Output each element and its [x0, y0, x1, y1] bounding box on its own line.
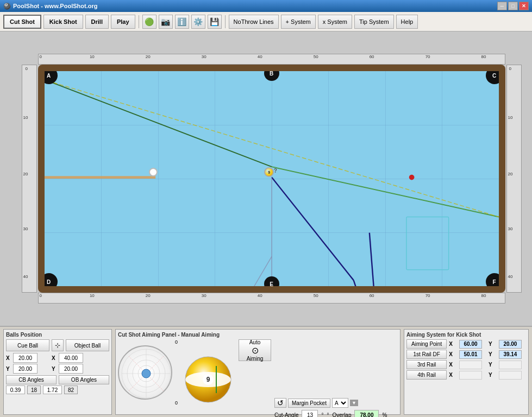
window-controls: ─ □ ✕ — [497, 2, 529, 10]
angle-pct-2: 82 — [64, 386, 78, 394]
object-ball-button[interactable]: Object Ball — [66, 339, 109, 351]
third-x-value[interactable] — [459, 361, 482, 369]
fourth-y-label: Y — [487, 372, 498, 378]
margin-pocket-button[interactable]: Margin Pocket — [288, 399, 330, 408]
cue-x-value[interactable]: 20.00 — [13, 353, 37, 363]
overlap-value[interactable]: 78.00 — [354, 410, 379, 417]
move-icon-button[interactable]: ⊹ — [52, 339, 64, 351]
auto-btn-line1: Auto — [249, 339, 261, 345]
no-throw-button[interactable]: NoThrow Lines — [229, 15, 279, 29]
maximize-button[interactable]: □ — [508, 2, 518, 10]
camera-icon-button[interactable]: 📷 — [159, 15, 173, 29]
svg-text:9: 9 — [206, 376, 210, 383]
pocket-icon-button[interactable]: ↺ — [274, 398, 286, 408]
cut-angle-unit2: ° — [327, 412, 329, 418]
aim-y-value[interactable]: 20.00 — [499, 340, 522, 349]
help-button[interactable]: Help — [396, 15, 418, 29]
ruler-mark-30: 30 — [202, 54, 206, 59]
ball-preview-svg: 9 — [184, 355, 233, 404]
ob-angles-button[interactable]: OB Angles — [59, 375, 109, 384]
ruler-right-10: 10 — [508, 115, 513, 120]
aiming-inner: 0 — [118, 339, 398, 417]
pocket-d: D — [45, 273, 58, 286]
overlap-unit: % — [382, 412, 387, 418]
plus-system-button[interactable]: + System — [281, 15, 316, 29]
first-y-value[interactable]: 39.14 — [499, 350, 522, 359]
power-icon-button[interactable]: 🟢 — [142, 15, 157, 29]
pocket-a-label: A — [47, 73, 51, 79]
third-x-label: X — [448, 362, 458, 368]
separator-1 — [139, 15, 139, 28]
aim-x-value[interactable]: 60.00 — [459, 340, 482, 349]
cut-angle-label: Cut-Angle — [274, 412, 298, 418]
bottom-panel: Balls Position Cue Ball ⊹ Object Ball X … — [0, 326, 532, 417]
aiming-panel-title: Cut Shot Aiming Panel - Manual Aiming — [118, 332, 398, 338]
third-rail-button[interactable]: 3rd Rail — [406, 360, 447, 369]
svg-line-5 — [353, 280, 369, 286]
first-x-value[interactable]: 50.01 — [459, 350, 482, 359]
balls-pos-title: Balls Position — [6, 332, 109, 338]
ruler-bot-60: 60 — [370, 293, 374, 298]
cb-angles-button[interactable]: CB Angles — [6, 375, 57, 384]
window-title: PoolShot - www.PoolShot.org — [13, 3, 97, 9]
ruler-top: 0 10 20 30 40 50 60 70 80 — [38, 54, 505, 65]
auto-btn-line2: Aiming — [247, 356, 264, 362]
ruler-mark-20: 20 — [146, 54, 151, 59]
dial-svg — [119, 346, 172, 400]
grid-v6 — [385, 71, 386, 286]
pocket-c-label: C — [492, 73, 496, 79]
svg-line-6 — [369, 233, 377, 286]
obj-y-value[interactable]: 20.00 — [59, 364, 83, 374]
obj-x-value[interactable]: 40.00 — [59, 353, 83, 363]
save-icon-button[interactable]: 💾 — [208, 15, 222, 29]
angle-value-1[interactable]: 0.39 — [6, 386, 25, 394]
drill-button[interactable]: Drill — [85, 15, 109, 29]
ruler-bot-30: 30 — [202, 293, 206, 298]
auto-aiming-button[interactable]: Auto ⊙ Aiming — [239, 339, 271, 361]
third-y-value[interactable] — [499, 361, 522, 369]
cue-x-label: X — [6, 355, 11, 361]
first-rail-button[interactable]: 1st Rail DF — [406, 350, 447, 359]
close-button[interactable]: ✕ — [519, 2, 529, 10]
cut-shot-button[interactable]: Cut Shot — [3, 15, 41, 29]
ruler-mark-60: 60 — [370, 54, 374, 59]
ruler-mark-50: 50 — [314, 54, 318, 59]
fourth-rail-button[interactable]: 4th Rail — [406, 370, 447, 380]
cut-angle-value[interactable]: 13 — [302, 410, 318, 417]
angle-value-2[interactable]: 1.72 — [43, 386, 62, 394]
third-y-label: Y — [487, 362, 498, 368]
kick-shot-button[interactable]: Kick Shot — [43, 15, 83, 29]
object-ball[interactable]: 9 — [264, 167, 274, 177]
fourth-y-value[interactable] — [499, 371, 522, 380]
pool-table[interactable]: A B C D E — [38, 65, 505, 293]
auto-btn-icon: ⊙ — [252, 345, 259, 356]
fourth-x-value[interactable] — [459, 371, 482, 380]
fourth-x-label: X — [448, 372, 458, 378]
first-y-label: Y — [487, 351, 498, 357]
ruler-right-40: 40 — [508, 274, 513, 279]
table-container: 0 10 20 30 40 50 60 70 80 0 10 20 30 40 … — [0, 31, 532, 326]
gear-icon-button[interactable]: ⚙️ — [191, 15, 205, 29]
ruler-bot-50: 50 — [314, 293, 318, 298]
x-system-button[interactable]: x System — [318, 15, 352, 29]
ruler-bot-20: 20 — [146, 293, 151, 298]
balls-position-section: Balls Position Cue Ball ⊹ Object Ball X … — [3, 329, 112, 415]
ruler-left-20: 20 — [23, 172, 28, 176]
dial-canvas[interactable] — [118, 345, 172, 400]
cue-ball-button[interactable]: Cue Ball — [6, 339, 49, 351]
cue-y-value[interactable]: 20.00 — [13, 364, 37, 374]
minimize-button[interactable]: ─ — [497, 2, 507, 10]
cue-y-label: Y — [6, 366, 11, 372]
ruler-left-40: 40 — [23, 274, 28, 279]
aiming-controls: Auto ⊙ Aiming — [239, 339, 271, 417]
grid-v2 — [158, 71, 159, 286]
pocket-d-label: D — [47, 279, 51, 285]
pocket-letter-select[interactable]: ABC DEF — [332, 398, 348, 408]
ruler-bottom: 0 10 20 30 40 50 60 70 80 — [38, 293, 505, 304]
angles-buttons-row: CB Angles OB Angles — [6, 375, 109, 384]
info-icon-button[interactable]: ℹ️ — [175, 15, 189, 29]
play-button[interactable]: Play — [111, 15, 135, 29]
aiming-point-button[interactable]: Aiming Point — [406, 339, 447, 349]
tip-system-button[interactable]: Tip System — [354, 15, 394, 29]
cue-ball[interactable] — [149, 168, 158, 176]
